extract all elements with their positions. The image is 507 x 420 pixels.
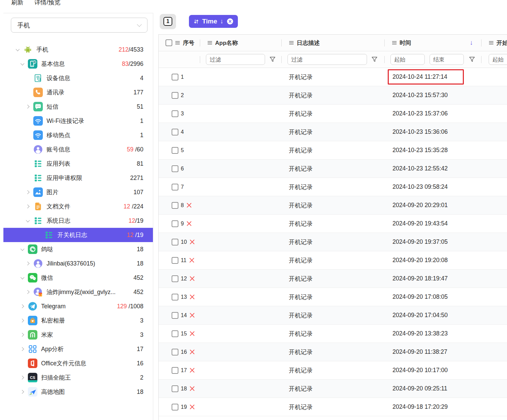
chevron-down-icon[interactable]	[20, 246, 25, 252]
tree-item[interactable]: 应用申请权限2271	[3, 171, 153, 185]
appname-filter-input[interactable]	[206, 54, 265, 65]
row-checkbox[interactable]	[172, 367, 178, 374]
row-checkbox[interactable]	[172, 165, 178, 172]
chevron-right-icon[interactable]	[20, 375, 25, 380]
column-menu-icon[interactable]	[289, 41, 294, 45]
table-row[interactable]: 7开机记录2024-10-23 09:58:24	[159, 178, 507, 196]
table-row[interactable]: 18开机记录2024-09-20 09:25:11	[159, 380, 507, 398]
tree-item[interactable]: 设备信息4	[3, 71, 153, 85]
column-header-seq[interactable]: 序号	[159, 35, 200, 51]
chevron-right-icon[interactable]	[20, 346, 25, 352]
tree-item[interactable]: 应用列表81	[3, 157, 153, 171]
column-menu-icon[interactable]	[392, 41, 397, 45]
column-header-start[interactable]: 开始	[481, 35, 507, 51]
row-checkbox[interactable]	[172, 294, 178, 300]
tree-item[interactable]: 开关机日志12 /19	[3, 228, 153, 242]
row-checkbox[interactable]	[172, 202, 178, 209]
row-checkbox[interactable]	[172, 74, 178, 80]
row-checkbox[interactable]	[172, 404, 178, 410]
table-row[interactable]: 5开机记录2024-10-23 15:35:28	[159, 141, 507, 160]
tree-item[interactable]: CS扫描全能王2	[3, 370, 153, 385]
column-menu-icon[interactable]	[489, 41, 494, 45]
time-start-input[interactable]	[390, 54, 425, 65]
table-row[interactable]: 17开机记录2024-09-20 10:17:00	[159, 361, 507, 380]
tree-item[interactable]: 鸽哒18	[3, 242, 153, 256]
chevron-down-icon[interactable]	[20, 61, 25, 67]
table-row[interactable]: 14开机记录2024-09-20 17:04:50	[159, 306, 507, 325]
menu-refresh[interactable]: 刷新	[11, 0, 23, 7]
tree-item[interactable]: 移动热点1	[3, 128, 153, 142]
table-row[interactable]: 11开机记录2024-09-20 19:20:08	[159, 251, 507, 270]
tree-item[interactable]: 私密相册3	[3, 313, 153, 328]
row-checkbox[interactable]	[172, 129, 178, 135]
table-row[interactable]: 6开机记录2024-10-23 12:55:42	[159, 160, 507, 178]
remove-sort-icon[interactable]	[227, 18, 233, 25]
table-row[interactable]: 8开机记录2024-09-20 20:29:01	[159, 196, 507, 215]
row-checkbox[interactable]	[172, 330, 178, 337]
table-row[interactable]: 16开机记录2024-09-20 11:38:27	[159, 343, 507, 361]
funnel-icon[interactable]	[371, 56, 378, 63]
row-checkbox[interactable]	[172, 147, 178, 154]
tree-item[interactable]: 手机212/4533	[3, 42, 153, 57]
table-row[interactable]: 13开机记录2024-09-20 17:08:05	[159, 288, 507, 306]
table-row[interactable]: 2开机记录2024-10-23 15:57:30	[159, 86, 507, 105]
chevron-right-icon[interactable]	[25, 289, 31, 295]
row-checkbox[interactable]	[172, 257, 178, 264]
tree-item[interactable]: 基本信息83/2996	[3, 57, 153, 71]
chevron-right-icon[interactable]	[20, 389, 25, 395]
menu-detail-preview[interactable]: 详情/预览	[34, 0, 60, 7]
column-menu-icon[interactable]	[207, 41, 212, 45]
chevron-right-icon[interactable]	[20, 304, 25, 309]
chevron-right-icon[interactable]	[25, 261, 31, 266]
chevron-right-icon[interactable]	[25, 204, 31, 209]
sort-pill-time[interactable]: Time ↓	[189, 15, 238, 28]
chevron-right-icon[interactable]	[25, 104, 31, 109]
row-checkbox[interactable]	[172, 385, 178, 392]
column-header-time[interactable]: 时间 ↓	[384, 35, 481, 51]
tree-item[interactable]: 系统日志12/19	[3, 214, 153, 228]
tree-item[interactable]: 通讯录177	[3, 85, 153, 99]
row-checkbox[interactable]	[172, 275, 178, 282]
funnel-icon[interactable]	[469, 56, 475, 63]
row-checkbox[interactable]	[172, 239, 178, 245]
tree-item[interactable]: 短信51	[3, 99, 153, 114]
tree-item[interactable]: Office文件元信息16	[3, 356, 153, 370]
table-row[interactable]: 9开机记录2024-09-20 19:43:54	[159, 215, 507, 233]
time-end-input[interactable]	[430, 54, 464, 65]
table-row[interactable]: 15开机记录2024-09-20 13:38:23	[159, 325, 507, 343]
row-checkbox[interactable]	[172, 184, 178, 190]
row-checkbox[interactable]	[172, 312, 178, 319]
funnel-icon[interactable]	[269, 56, 276, 63]
chevron-down-icon[interactable]	[20, 275, 25, 280]
chevron-right-icon[interactable]	[20, 332, 25, 337]
table-row[interactable]: 12开机记录2024-09-20 18:19:47	[159, 270, 507, 288]
device-select[interactable]: 手机	[11, 18, 147, 33]
table-row[interactable]: 1开机记录2024-10-24 11:27:14	[159, 68, 507, 86]
tree-item[interactable]: 微信452	[3, 271, 153, 285]
chevron-down-icon[interactable]	[25, 218, 31, 223]
tree-item[interactable]: Wi-Fi连接记录1	[3, 114, 153, 128]
column-header-appname[interactable]: App名称	[200, 35, 281, 51]
table-row[interactable]: 10开机记录2024-09-20 19:37:05	[159, 233, 507, 251]
page-badge[interactable]: 1	[160, 14, 176, 29]
tree-item[interactable]: 高德地图18	[3, 385, 153, 399]
table-row[interactable]: 4开机记录2024-10-23 15:36:06	[159, 123, 507, 141]
column-header-desc[interactable]: 日志描述	[281, 35, 384, 51]
select-all-checkbox[interactable]	[165, 39, 172, 46]
tree-item[interactable]: 图片107	[3, 185, 153, 199]
row-checkbox[interactable]	[172, 92, 178, 99]
chevron-right-icon[interactable]	[25, 189, 31, 195]
tree-item[interactable]: Telegram129 /1008	[3, 299, 153, 313]
column-menu-icon[interactable]	[175, 41, 180, 45]
tree-item[interactable]: ¥油炸jimmy花(wxid_gvlyz...452	[3, 285, 153, 299]
row-checkbox[interactable]	[172, 110, 178, 117]
sort-desc-indicator-icon[interactable]: ↓	[470, 39, 473, 47]
desc-filter-input[interactable]	[287, 54, 367, 65]
table-row[interactable]: 3开机记录2024-10-23 15:37:06	[159, 105, 507, 123]
tree-item[interactable]: 米家3	[3, 328, 153, 342]
chevron-right-icon[interactable]	[20, 318, 25, 323]
chevron-down-icon[interactable]	[15, 47, 20, 52]
start-start-input[interactable]	[489, 54, 507, 65]
tree-item[interactable]: 文档文件12 /224	[3, 199, 153, 214]
row-checkbox[interactable]	[172, 349, 178, 355]
